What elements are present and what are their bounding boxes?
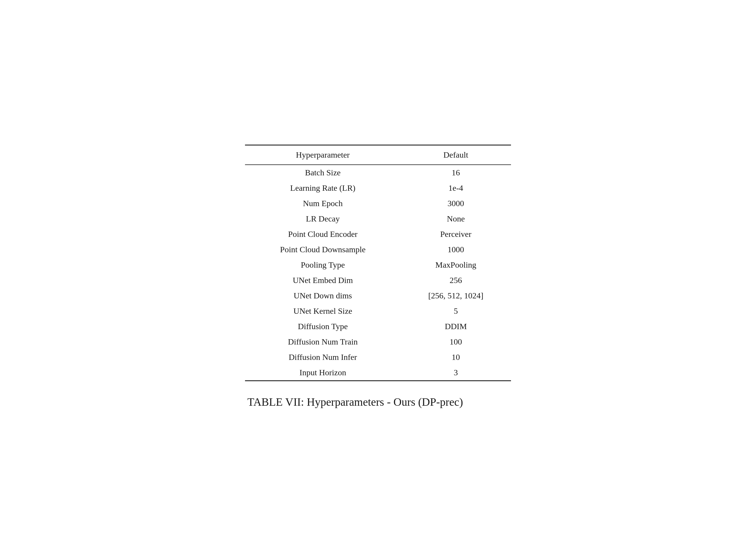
table-caption: TABLE VII: Hyperparameters - Ours (DP-pr… bbox=[245, 395, 511, 408]
cell-default: 5 bbox=[401, 303, 511, 319]
cell-hyperparameter: Num Epoch bbox=[245, 196, 401, 211]
cell-hyperparameter: UNet Kernel Size bbox=[245, 303, 401, 319]
table-row: UNet Kernel Size5 bbox=[245, 303, 511, 319]
cell-hyperparameter: UNet Embed Dim bbox=[245, 273, 401, 288]
table-row: Input Horizon3 bbox=[245, 365, 511, 381]
cell-default: Perceiver bbox=[401, 227, 511, 242]
cell-hyperparameter: Diffusion Type bbox=[245, 319, 401, 334]
cell-default: 1000 bbox=[401, 242, 511, 257]
table-row: Pooling TypeMaxPooling bbox=[245, 257, 511, 273]
cell-hyperparameter: Batch Size bbox=[245, 165, 401, 180]
table-row: LR DecayNone bbox=[245, 211, 511, 227]
cell-default: MaxPooling bbox=[401, 257, 511, 273]
col-header-default: Default bbox=[401, 145, 511, 165]
cell-hyperparameter: Point Cloud Encoder bbox=[245, 227, 401, 242]
cell-hyperparameter: LR Decay bbox=[245, 211, 401, 227]
col-header-hyperparameter: Hyperparameter bbox=[245, 145, 401, 165]
cell-hyperparameter: Input Horizon bbox=[245, 365, 401, 381]
cell-default: 256 bbox=[401, 273, 511, 288]
cell-default: None bbox=[401, 211, 511, 227]
cell-hyperparameter: Diffusion Num Infer bbox=[245, 349, 401, 365]
cell-default: DDIM bbox=[401, 319, 511, 334]
table-row: Batch Size16 bbox=[245, 165, 511, 180]
cell-hyperparameter: UNet Down dims bbox=[245, 288, 401, 303]
cell-default: 3 bbox=[401, 365, 511, 381]
table-row: Num Epoch3000 bbox=[245, 196, 511, 211]
cell-default: 16 bbox=[401, 165, 511, 180]
table-row: Diffusion TypeDDIM bbox=[245, 319, 511, 334]
page-container: Hyperparameter Default Batch Size16Learn… bbox=[245, 145, 511, 408]
cell-hyperparameter: Learning Rate (LR) bbox=[245, 180, 401, 196]
cell-hyperparameter: Diffusion Num Train bbox=[245, 334, 401, 349]
table-row: UNet Down dims[256, 512, 1024] bbox=[245, 288, 511, 303]
cell-default: 10 bbox=[401, 349, 511, 365]
cell-default: 3000 bbox=[401, 196, 511, 211]
table-row: Diffusion Num Train100 bbox=[245, 334, 511, 349]
table-row: Point Cloud EncoderPerceiver bbox=[245, 227, 511, 242]
table-row: Point Cloud Downsample1000 bbox=[245, 242, 511, 257]
cell-default: [256, 512, 1024] bbox=[401, 288, 511, 303]
table-wrapper: Hyperparameter Default Batch Size16Learn… bbox=[245, 145, 511, 381]
table-row: Diffusion Num Infer10 bbox=[245, 349, 511, 365]
cell-default: 1e-4 bbox=[401, 180, 511, 196]
hyperparameters-table: Hyperparameter Default Batch Size16Learn… bbox=[245, 145, 511, 381]
table-row: Learning Rate (LR)1e-4 bbox=[245, 180, 511, 196]
cell-hyperparameter: Pooling Type bbox=[245, 257, 401, 273]
cell-hyperparameter: Point Cloud Downsample bbox=[245, 242, 401, 257]
cell-default: 100 bbox=[401, 334, 511, 349]
table-row: UNet Embed Dim256 bbox=[245, 273, 511, 288]
